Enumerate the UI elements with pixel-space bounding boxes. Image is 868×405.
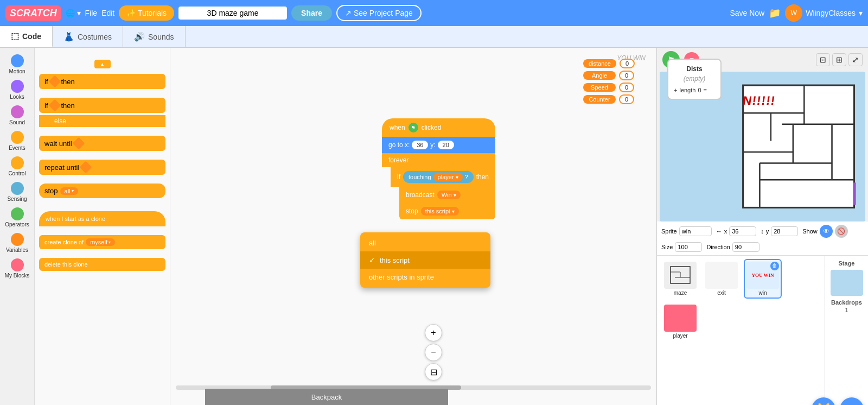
- project-name-input[interactable]: [178, 7, 287, 20]
- direction-label: Direction: [706, 244, 730, 250]
- editor-tabs: ⬚ Code 👗 Costumes 🔊 Sounds: [0, 26, 868, 48]
- block-delete-clone[interactable]: delete this clone: [39, 258, 165, 271]
- x-label: x: [724, 228, 727, 235]
- share-button[interactable]: Share: [291, 5, 332, 21]
- sprite-name-input[interactable]: [679, 226, 712, 236]
- see-project-button[interactable]: ↗ ↗ See Project PageSee Project Page: [336, 5, 422, 21]
- block-if-1[interactable]: if then: [39, 74, 165, 89]
- block-else[interactable]: else: [39, 115, 165, 127]
- scroll-up-indicator: ▲: [94, 60, 111, 68]
- palette-myblocks[interactable]: My Blocks: [1, 256, 34, 281]
- block-repeat-until[interactable]: repeat until: [39, 160, 165, 175]
- broadcast-block[interactable]: broadcast Win ▾: [399, 187, 495, 203]
- zoom-out-button[interactable]: −: [425, 344, 442, 361]
- stop-option-all[interactable]: all: [360, 235, 490, 251]
- motion-label: Motion: [9, 68, 25, 74]
- stop-dropdown-btn[interactable]: all ▾: [60, 187, 78, 195]
- block-when-clone[interactable]: when I start as a clone: [39, 211, 165, 226]
- palette-events[interactable]: Events: [1, 129, 34, 153]
- tab-code[interactable]: ⬚ Code: [0, 26, 53, 47]
- touching-target-dropdown[interactable]: player ▾: [433, 173, 463, 181]
- if-touching-block[interactable]: if touching player ▾ ? then: [391, 167, 495, 187]
- svg-text:N!!!!!: N!!!!!: [742, 94, 776, 107]
- control-label: Control: [8, 170, 25, 176]
- green-flag-icon: ⚑: [409, 123, 418, 132]
- stage-mini-label: Stage: [838, 259, 856, 268]
- y-arrow-icon: ↕: [761, 228, 764, 235]
- x-input[interactable]: 36: [412, 141, 428, 149]
- block-wait-until[interactable]: wait until: [39, 136, 165, 151]
- delete-sprite-badge[interactable]: 🗑: [770, 262, 779, 270]
- tab-costumes[interactable]: 👗 Costumes: [53, 26, 123, 47]
- exit-sprite-image: [705, 262, 738, 289]
- when-flag-block[interactable]: when ⚑ clicked: [382, 118, 495, 137]
- speed-label: Speed: [583, 83, 616, 92]
- backdrops-count: 1: [845, 307, 848, 313]
- size-label: Size: [661, 244, 673, 250]
- sprite-direction-input[interactable]: [732, 242, 760, 252]
- fullscreen-button[interactable]: ⤢: [848, 53, 863, 66]
- sprite-y-input[interactable]: [771, 226, 798, 236]
- save-now-button[interactable]: Save Now: [730, 9, 764, 17]
- palette-variables[interactable]: Variables: [1, 231, 34, 255]
- tutorials-button[interactable]: ✨ ✨ TutorialsTutorials: [119, 5, 174, 21]
- goto-xy-block[interactable]: go to x: 36 y: 20: [382, 137, 495, 153]
- angle-value: 0: [619, 71, 634, 80]
- sprite-and-stage-panel: maze exit YOU WIN 🗑 win: [657, 255, 868, 406]
- stop-option-other-scripts[interactable]: other scripts in sprite: [360, 269, 490, 286]
- file-menu[interactable]: File: [85, 9, 98, 17]
- sound-dot: [11, 105, 24, 118]
- show-visible-button[interactable]: 👁: [820, 225, 833, 238]
- broadcast-message-dropdown[interactable]: Win ▾: [437, 191, 461, 199]
- small-stage-button[interactable]: ⊡: [816, 53, 830, 66]
- y-input[interactable]: 20: [438, 141, 454, 149]
- stop-type-dropdown[interactable]: this script ▾: [421, 207, 459, 216]
- sprite-thumb-win[interactable]: YOU WIN 🗑 win: [744, 259, 782, 299]
- tab-sounds[interactable]: 🔊 Sounds: [123, 26, 185, 47]
- angle-monitor: Angle 0: [583, 71, 635, 80]
- stop-option-this-script[interactable]: ✓ this script: [360, 251, 490, 269]
- palette-motion[interactable]: Motion: [1, 52, 34, 77]
- blocks-panel: ▲ if then if then else wait until repeat…: [35, 48, 170, 405]
- block-create-clone[interactable]: create clone of myself ▾: [39, 235, 165, 249]
- block-stop[interactable]: stop all ▾: [39, 183, 165, 198]
- variable-monitors: distance 0 Angle 0 Speed 0 Counter 0: [583, 59, 635, 104]
- condition-diamond-1: [48, 75, 61, 88]
- forever-block[interactable]: forever: [382, 153, 495, 167]
- stage-mini-panel: Stage Backdrops 1: [825, 256, 868, 406]
- operators-dot: [11, 207, 24, 220]
- show-hidden-button[interactable]: 🚫: [835, 225, 848, 238]
- stage-area: ⚑ ■ ⊡ ⊞ ⤢: [656, 48, 868, 405]
- block-if-2[interactable]: if then: [39, 98, 165, 113]
- sprite-label: Sprite: [661, 228, 677, 235]
- zoom-in-button[interactable]: +: [425, 324, 442, 341]
- language-button[interactable]: 🌐 ▾: [66, 9, 81, 17]
- sprite-thumb-player[interactable]: player: [661, 302, 699, 341]
- palette-sound[interactable]: Sound: [1, 103, 34, 128]
- stop-this-script-block[interactable]: stop this script ▾: [399, 203, 495, 219]
- palette-looks[interactable]: Looks: [1, 78, 34, 102]
- folder-icon[interactable]: 📁: [769, 7, 781, 19]
- control-dot: [11, 156, 24, 169]
- sprite-thumb-exit[interactable]: exit: [703, 259, 741, 299]
- user-menu[interactable]: W WiingyClasses ▾: [785, 4, 863, 22]
- sensing-label: Sensing: [7, 196, 27, 202]
- edit-menu[interactable]: Edit: [101, 9, 114, 17]
- palette-control[interactable]: Control: [1, 154, 34, 179]
- normal-stage-button[interactable]: ⊞: [832, 53, 846, 66]
- sprite-x-input[interactable]: [729, 226, 756, 236]
- zoom-fit-button[interactable]: ⊟: [425, 363, 442, 381]
- stage-thumbnail[interactable]: [831, 270, 863, 296]
- counter-value: 0: [619, 94, 634, 104]
- backpack[interactable]: Backpack: [205, 389, 448, 405]
- distance-label: distance: [583, 59, 616, 68]
- avatar: W: [785, 4, 802, 22]
- palette-operators[interactable]: Operators: [1, 205, 34, 230]
- counter-monitor: Counter 0: [583, 94, 635, 104]
- clone-target-dropdown[interactable]: myself ▾: [86, 238, 115, 246]
- svg-rect-13: [853, 182, 856, 205]
- touching-block[interactable]: touching player ▾ ?: [403, 171, 474, 183]
- sprite-thumb-maze[interactable]: maze: [661, 259, 699, 299]
- sprite-size-input[interactable]: [675, 242, 702, 252]
- palette-sensing[interactable]: Sensing: [1, 180, 34, 204]
